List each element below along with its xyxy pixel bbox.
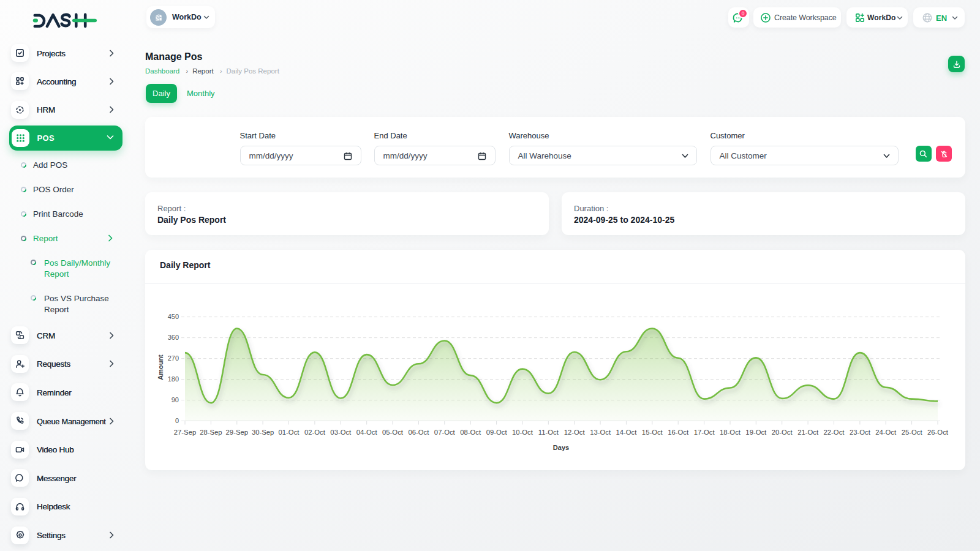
svg-text:Days: Days — [553, 444, 569, 451]
svg-text:180: 180 — [168, 375, 179, 383]
svg-text:23-Oct: 23-Oct — [850, 429, 871, 436]
svg-text:15-Oct: 15-Oct — [642, 429, 663, 436]
svg-text:09-Oct: 09-Oct — [486, 429, 508, 436]
svg-text:02-Oct: 02-Oct — [304, 429, 326, 436]
svg-text:28-Sep: 28-Sep — [200, 429, 222, 436]
svg-text:18-Oct: 18-Oct — [720, 429, 741, 436]
svg-text:22-Oct: 22-Oct — [824, 429, 845, 436]
svg-text:90: 90 — [172, 396, 179, 403]
svg-text:0: 0 — [175, 417, 179, 424]
svg-text:24-Oct: 24-Oct — [875, 429, 897, 436]
svg-text:25-Oct: 25-Oct — [902, 429, 923, 436]
svg-text:12-Oct: 12-Oct — [564, 429, 586, 436]
svg-text:04-Oct: 04-Oct — [356, 429, 378, 436]
svg-text:26-Oct: 26-Oct — [927, 429, 949, 436]
svg-text:13-Oct: 13-Oct — [590, 429, 611, 436]
svg-text:16-Oct: 16-Oct — [668, 429, 689, 436]
svg-text:30-Sep: 30-Sep — [252, 429, 274, 436]
svg-text:450: 450 — [168, 313, 179, 320]
svg-text:05-Oct: 05-Oct — [382, 429, 404, 436]
svg-text:20-Oct: 20-Oct — [772, 429, 793, 436]
svg-text:06-Oct: 06-Oct — [408, 429, 429, 436]
svg-text:29-Sep: 29-Sep — [226, 429, 248, 436]
svg-text:10-Oct: 10-Oct — [512, 429, 533, 436]
svg-text:21-Oct: 21-Oct — [797, 429, 819, 436]
svg-text:14-Oct: 14-Oct — [616, 429, 637, 436]
svg-text:11-Oct: 11-Oct — [538, 429, 559, 436]
svg-text:07-Oct: 07-Oct — [434, 429, 456, 436]
svg-text:Amount: Amount — [157, 354, 164, 380]
svg-text:03-Oct: 03-Oct — [330, 429, 352, 436]
svg-text:08-Oct: 08-Oct — [460, 429, 481, 436]
svg-text:27-Sep: 27-Sep — [174, 429, 196, 436]
svg-text:19-Oct: 19-Oct — [745, 429, 767, 436]
svg-text:17-Oct: 17-Oct — [694, 429, 715, 436]
svg-text:360: 360 — [168, 334, 179, 341]
svg-text:270: 270 — [168, 354, 179, 362]
svg-text:01-Oct: 01-Oct — [279, 429, 300, 436]
